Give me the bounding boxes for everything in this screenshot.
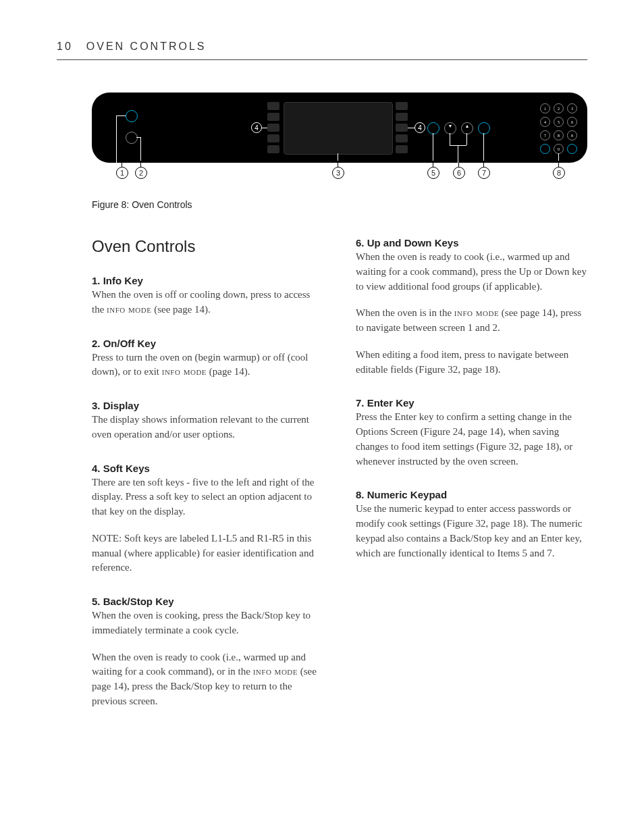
leader-line (116, 115, 117, 163)
keypad-9: 9 (567, 130, 577, 140)
soft-key (267, 124, 279, 132)
paragraph: When editing a food item, press to navig… (356, 348, 587, 377)
back-stop-key-icon (427, 122, 439, 134)
page-number: 10 (57, 41, 73, 53)
up-key-icon: ▴ (461, 122, 473, 134)
paragraph: NOTE: Soft keys are labeled L1-L5 and R1… (92, 531, 323, 575)
leader-line (116, 115, 126, 116)
leader-line (483, 133, 484, 163)
paragraph: Press to turn the oven on (begin warmup)… (92, 350, 323, 380)
item-heading: 1. Info Key (92, 275, 323, 286)
item-heading: 7. Enter Key (356, 397, 587, 409)
item-body: The display shows information relevant t… (92, 413, 323, 442)
paragraph: Press the Enter key to confirm a setting… (356, 410, 587, 469)
callout-row: 1 2 3 5 6 7 8 (92, 163, 587, 186)
right-column: 6. Up and Down KeysWhen the oven is read… (356, 237, 587, 729)
paragraph: When the oven is ready to cook (i.e., wa… (92, 650, 323, 709)
callout-4-right: 4 (414, 122, 425, 133)
callout-3: 3 (332, 167, 344, 179)
soft-key (267, 102, 279, 110)
item-heading: 6. Up and Down Keys (356, 237, 587, 249)
soft-key (267, 113, 279, 121)
section-name: OVEN CONTROLS (86, 41, 207, 53)
keypad-2: 2 (554, 103, 564, 113)
paragraph: When the oven is off or cooling down, pr… (92, 288, 323, 317)
soft-key (396, 145, 408, 153)
on-off-key-icon (126, 132, 138, 144)
callout-8: 8 (553, 167, 565, 179)
enter-key-icon (478, 122, 490, 134)
callout-7: 7 (478, 167, 490, 179)
keypad-7: 7 (540, 130, 550, 140)
item-body: Use the numeric keypad to enter access p… (356, 502, 587, 561)
oven-control-panel: 4 4 ▾ ▴ 1 2 (92, 93, 587, 163)
callout-6: 6 (453, 167, 465, 179)
paragraph: When the oven is ready to cook (i.e., wa… (356, 250, 587, 294)
leader-line (433, 133, 433, 163)
section-title: Oven Controls (92, 237, 323, 256)
figure-8: 4 4 ▾ ▴ 1 2 (92, 93, 587, 210)
item-body: When the oven is off or cooling down, pr… (92, 288, 323, 317)
paragraph: There are ten soft keys - five to the le… (92, 475, 323, 519)
soft-key (396, 134, 408, 142)
callout-1: 1 (116, 167, 128, 179)
item-body: There are ten soft keys - five to the le… (92, 475, 323, 576)
oven-display (284, 102, 393, 155)
figure-caption: Figure 8: Oven Controls (92, 199, 587, 210)
page-header: 10 OVEN CONTROLS (57, 41, 587, 60)
paragraph: The display shows information relevant t… (92, 413, 323, 442)
soft-key (267, 145, 279, 153)
callout-4-left: 4 (251, 122, 262, 133)
soft-key (396, 113, 408, 121)
item-body: When the oven is ready to cook (i.e., wa… (356, 250, 587, 377)
soft-key (267, 134, 279, 142)
soft-key (396, 102, 408, 110)
item-heading: 2. On/Off Key (92, 338, 323, 349)
paragraph: Use the numeric keypad to enter access p… (356, 502, 587, 561)
left-column: Oven Controls 1. Info KeyWhen the oven i… (92, 237, 323, 729)
paragraph: When the oven is in the info mode (see p… (356, 306, 587, 336)
item-body: Press the Enter key to confirm a setting… (356, 410, 587, 469)
leader-line (450, 133, 450, 145)
keypad-0: 0 (554, 144, 564, 154)
callout-2: 2 (135, 167, 147, 179)
soft-key (396, 124, 408, 132)
item-body: Press to turn the oven on (begin warmup)… (92, 350, 323, 380)
item-body: When the oven is cooking, press the Back… (92, 608, 323, 709)
leader-line (140, 137, 141, 163)
info-key-icon (126, 110, 138, 122)
leader-line (408, 128, 414, 128)
keypad-3: 3 (567, 103, 577, 113)
keypad-5: 5 (554, 117, 564, 127)
item-heading: 3. Display (92, 400, 323, 411)
leader-line (466, 133, 467, 145)
paragraph: When the oven is cooking, press the Back… (92, 608, 323, 638)
down-key-icon: ▾ (444, 122, 456, 134)
item-heading: 5. Back/Stop Key (92, 596, 323, 607)
keypad-6: 6 (567, 117, 577, 127)
item-heading: 4. Soft Keys (92, 463, 323, 474)
keypad-1: 1 (540, 103, 550, 113)
callout-5: 5 (427, 167, 439, 179)
item-heading: 8. Numeric Keypad (356, 489, 587, 500)
keypad-8: 8 (554, 130, 564, 140)
keypad-back (540, 144, 550, 154)
keypad-4: 4 (540, 117, 550, 127)
keypad-enter (567, 144, 577, 154)
